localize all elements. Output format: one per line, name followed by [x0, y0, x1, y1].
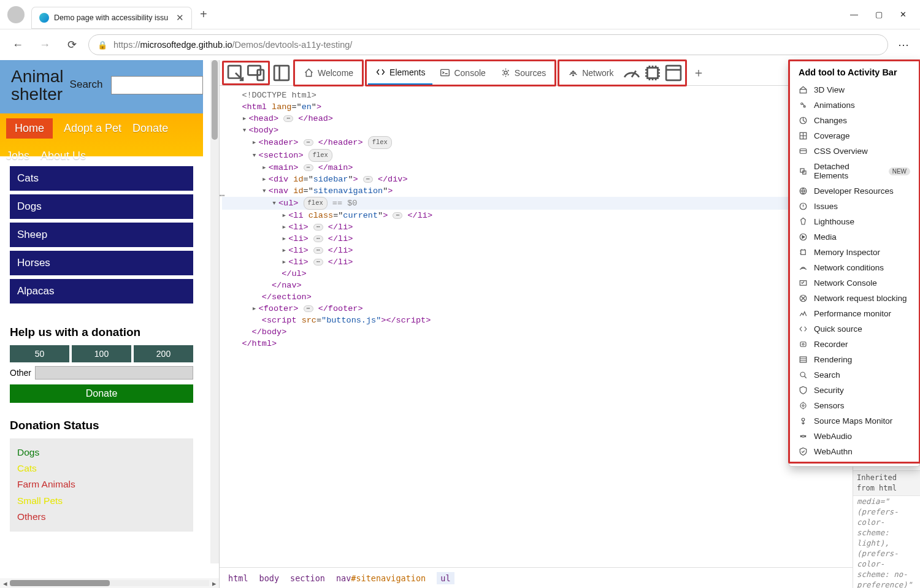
donate-box: Help us with a donation 50100200 Other D…	[0, 310, 203, 408]
dock-icon[interactable]	[271, 63, 292, 83]
dropdown-item[interactable]: Network request blocking	[790, 291, 919, 306]
browser-more-icon[interactable]: ⋯	[898, 38, 909, 52]
svg-rect-12	[800, 90, 807, 93]
svg-rect-5	[441, 69, 450, 75]
application-icon[interactable]	[663, 63, 684, 83]
dropdown-item[interactable]: Detached ElementsNEW	[790, 159, 919, 183]
sidebar-item[interactable]: Alpacas	[10, 279, 193, 304]
dropdown-item[interactable]: Developer Resources	[790, 183, 919, 199]
search-input[interactable]	[111, 76, 203, 94]
svg-point-6	[504, 71, 507, 74]
dropdown-item[interactable]: WebAudio	[790, 429, 919, 444]
devtools-toolbar: Welcome Elements Console Sources Network…	[220, 60, 920, 86]
close-window-icon[interactable]: ✕	[900, 10, 907, 19]
dropdown-item[interactable]: Media	[790, 229, 919, 245]
svg-point-27	[802, 343, 804, 345]
dropdown-item[interactable]: Rendering	[790, 352, 919, 367]
dropdown-item[interactable]: Animations	[790, 97, 919, 113]
sidebar-item[interactable]: Horses	[10, 251, 193, 275]
dropdown-item[interactable]: Security	[790, 383, 919, 398]
reload-button[interactable]: ⟳	[61, 34, 82, 55]
profile-avatar[interactable]	[7, 6, 25, 23]
status-heading: Donation Status	[10, 419, 193, 432]
donate-button[interactable]: Donate	[10, 384, 193, 403]
donate-heading: Help us with a donation	[10, 326, 193, 339]
tab-elements[interactable]: Elements	[368, 61, 432, 85]
dropdown-item[interactable]: Changes	[790, 113, 919, 128]
nav-donate[interactable]: Donate	[132, 122, 168, 135]
dropdown-item[interactable]: Memory Inspector	[790, 245, 919, 260]
titlebar: Demo page with accessibility issu ✕ + — …	[0, 0, 920, 29]
top-nav: Home Adopt a Pet Donate Jobs About Us	[0, 113, 203, 156]
dropdown-item[interactable]: Sensors	[790, 398, 919, 413]
dropdown-item[interactable]: Recorder	[790, 337, 919, 352]
url-box[interactable]: 🔒 https://microsoftedge.github.io/Demos/…	[88, 34, 888, 55]
memory-icon[interactable]	[642, 63, 663, 83]
performance-icon[interactable]	[621, 63, 642, 83]
svg-point-31	[800, 403, 806, 408]
page-preview: Animalshelter Search Home Adopt a Pet Do…	[0, 60, 219, 588]
svg-rect-18	[800, 169, 804, 172]
lock-icon: 🔒	[98, 40, 107, 50]
new-tab-button[interactable]: +	[200, 7, 207, 21]
svg-point-13	[801, 103, 803, 105]
back-button[interactable]: ←	[7, 34, 28, 55]
status-list: DogsCatsFarm AnimalsSmall PetsOthers	[10, 438, 193, 532]
dropdown-item[interactable]: Network conditions	[790, 260, 919, 275]
dropdown-item[interactable]: Network Console	[790, 275, 919, 291]
dropdown-item[interactable]: 3D View	[790, 82, 919, 97]
dropdown-item[interactable]: Coverage	[790, 128, 919, 143]
site-logo: Animalshelter	[11, 67, 64, 104]
sidebar-item[interactable]: Dogs	[10, 194, 193, 219]
dropdown-item[interactable]: Lighthouse	[790, 214, 919, 229]
svg-rect-28	[800, 357, 807, 362]
dropdown-item[interactable]: CSS Overview	[790, 143, 919, 159]
maximize-icon[interactable]: ▢	[875, 10, 883, 19]
tab-console[interactable]: Console	[432, 61, 493, 85]
svg-point-30	[802, 405, 804, 407]
close-tab-icon[interactable]: ✕	[176, 12, 184, 23]
dropdown-title: Add tool to Activity Bar	[790, 61, 919, 82]
dropdown-item[interactable]: Issues	[790, 199, 919, 214]
tab-title: Demo page with accessibility issu	[54, 13, 171, 22]
forward-button[interactable]: →	[34, 34, 55, 55]
amount-button[interactable]: 200	[134, 345, 193, 362]
vscrollbar[interactable]	[210, 60, 219, 563]
nav-about[interactable]: About Us	[40, 150, 86, 162]
other-input[interactable]	[35, 366, 193, 380]
inspect-icon[interactable]	[225, 63, 246, 83]
tab-sources[interactable]: Sources	[493, 61, 553, 85]
devtools: Welcome Elements Console Sources Network…	[219, 60, 920, 588]
svg-rect-23	[801, 250, 806, 255]
dropdown-item[interactable]: WebAuthn	[790, 444, 919, 459]
svg-point-7	[573, 75, 574, 76]
sidebar-item[interactable]: Sheep	[10, 223, 193, 247]
svg-rect-26	[800, 342, 806, 347]
search-label: Search	[70, 78, 103, 91]
dropdown-item[interactable]: Performance monitor	[790, 306, 919, 321]
svg-rect-9	[666, 66, 681, 80]
minimize-icon[interactable]: —	[850, 10, 858, 19]
amount-button[interactable]: 50	[10, 345, 69, 362]
tab-welcome[interactable]: Welcome	[296, 61, 361, 85]
dropdown-item[interactable]: Search	[790, 367, 919, 383]
hscrollbar[interactable]: ◂▸	[0, 578, 219, 588]
dropdown-item[interactable]: Quick source	[790, 321, 919, 337]
breadcrumb[interactable]: htmlbodysectionnav#sitenavigationul	[220, 567, 853, 588]
add-tool-button[interactable]: ＋	[688, 63, 709, 83]
nav-adopt[interactable]: Adopt a Pet	[64, 122, 121, 135]
svg-point-29	[800, 372, 805, 377]
device-toggle-icon[interactable]	[246, 63, 267, 83]
sidebar-item[interactable]: Cats	[10, 166, 193, 191]
dropdown-item[interactable]: Source Maps Monitor	[790, 413, 919, 429]
amount-button[interactable]: 100	[72, 345, 131, 362]
dom-tree[interactable]: ⋯ <!DOCTYPE html> <html lang="en"> ▸<hea…	[220, 86, 853, 567]
svg-rect-8	[647, 67, 657, 78]
svg-point-32	[802, 418, 805, 421]
tab-network[interactable]: Network	[561, 61, 621, 85]
browser-tab[interactable]: Demo page with accessibility issu ✕	[32, 7, 191, 28]
page-banner: Animalshelter Search	[0, 60, 203, 113]
nav-home[interactable]: Home	[6, 118, 53, 139]
nav-jobs[interactable]: Jobs	[6, 150, 29, 162]
side-nav: CatsDogsSheepHorsesAlpacas	[0, 156, 203, 310]
